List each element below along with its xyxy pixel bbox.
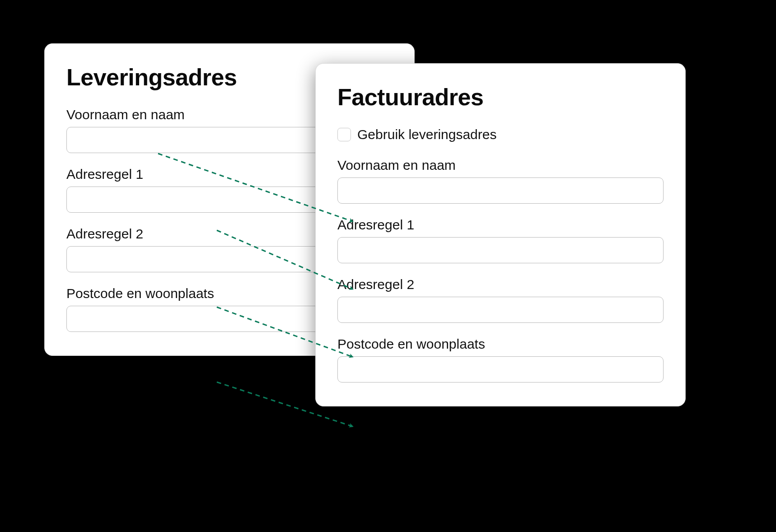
billing-address1-field: Adresregel 1	[337, 217, 664, 263]
billing-postal-input[interactable]	[337, 356, 664, 383]
billing-address2-field: Adresregel 2	[337, 277, 664, 323]
billing-name-input[interactable]	[337, 177, 664, 204]
billing-address2-input[interactable]	[337, 297, 664, 323]
billing-address1-label: Adresregel 1	[337, 217, 664, 233]
billing-name-label: Voornaam en naam	[337, 158, 664, 173]
use-delivery-row: Gebruik leveringsadres	[337, 127, 664, 142]
use-delivery-label: Gebruik leveringsadres	[357, 127, 496, 142]
billing-card-title: Factuuradres	[337, 84, 664, 111]
billing-address-card: Factuuradres Gebruik leveringsadres Voor…	[315, 63, 686, 406]
billing-postal-label: Postcode en woonplaats	[337, 336, 664, 352]
use-delivery-checkbox[interactable]	[337, 128, 351, 141]
billing-name-field: Voornaam en naam	[337, 158, 664, 204]
billing-postal-field: Postcode en woonplaats	[337, 336, 664, 383]
billing-address2-label: Adresregel 2	[337, 277, 664, 292]
billing-address1-input[interactable]	[337, 237, 664, 263]
diagram-stage: Leveringsadres Voornaam en naam Adresreg…	[0, 0, 776, 532]
